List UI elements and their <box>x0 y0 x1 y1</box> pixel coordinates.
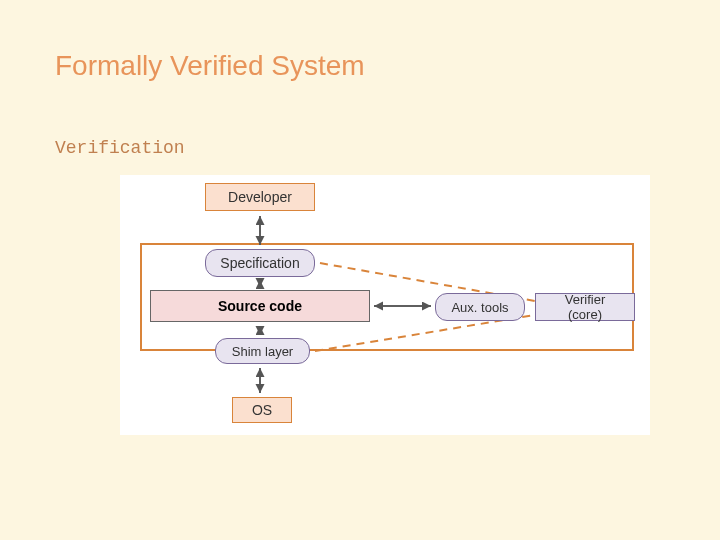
slide-subtitle: Verification <box>55 138 185 158</box>
aux-tools-node: Aux. tools <box>435 293 525 321</box>
developer-node: Developer <box>205 183 315 211</box>
specification-node: Specification <box>205 249 315 277</box>
verifier-node: Verifier (core) <box>535 293 635 321</box>
slide-title: Formally Verified System <box>55 50 365 82</box>
shim-layer-node: Shim layer <box>215 338 310 364</box>
diagram-container: Developer Specification Source code Shim… <box>120 175 650 435</box>
os-node: OS <box>232 397 292 423</box>
source-code-node: Source code <box>150 290 370 322</box>
